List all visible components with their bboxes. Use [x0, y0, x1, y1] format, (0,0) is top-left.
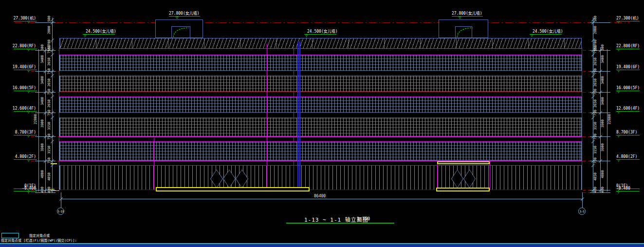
dim-value: 2800: [48, 26, 51, 34]
level-underline: [14, 70, 37, 70]
dim-value: 3400: [601, 55, 605, 63]
level-marker-icon: ▽: [27, 190, 30, 194]
axis-leader-left: [61, 202, 61, 208]
dim-value: 2650: [48, 99, 51, 108]
level-underline: [14, 111, 37, 112]
dim-value: 400: [594, 187, 597, 193]
dim-total-height: 22800: [608, 114, 611, 124]
dim-value: 3150: [594, 146, 597, 154]
level-marker-icon: ▽: [27, 90, 30, 94]
level-marker-icon: ▽: [617, 190, 620, 194]
dim-value: 400: [48, 187, 51, 193]
dim-value: 3900: [601, 119, 605, 128]
dim-value: 750: [594, 110, 597, 116]
level-marker-icon: ▽: [27, 48, 30, 52]
dim-value: 3150: [48, 122, 51, 130]
level-marker-icon: ▽: [617, 69, 620, 73]
dim-value: 4800: [41, 170, 44, 178]
cad-canvas[interactable]: 27.800(女儿墙) ▽ 27.800(女儿墙) ▽ 24.500(女儿墙) …: [0, 0, 644, 247]
level-marker-icon: ▽: [617, 110, 620, 114]
dim-chain-line: [38, 49, 39, 191]
level-marker-icon: ▽: [27, 20, 30, 24]
level-label: 19.400(6F): [0, 65, 36, 69]
level-label: 22.800(RF): [0, 44, 36, 48]
dim-value: 4050: [594, 172, 597, 181]
dim-value: 2650: [594, 78, 597, 87]
level-label: 27.300(机): [0, 16, 36, 20]
dim-value: 2650: [594, 57, 597, 66]
level-marker-icon: ▽: [617, 48, 620, 52]
axis-leader-right: [582, 202, 583, 208]
dim-value: 750: [48, 110, 51, 116]
dim-value: 4800: [601, 170, 605, 178]
level-label: 12.600(4F): [0, 106, 36, 111]
dim-value: 400: [601, 187, 605, 193]
level-marker-icon: ▽: [27, 110, 30, 114]
command-line-input[interactable]: 指定对角点或 [栏选(F)/圈围(WP)/圈交(CP)]:: [1, 239, 77, 243]
dim-value: 750: [594, 133, 597, 140]
dim-value: 150: [48, 45, 51, 51]
dim-total-height: 22800: [34, 114, 37, 124]
dim-value: 3900: [41, 143, 44, 152]
level-label: 8.700(3F): [0, 130, 36, 134]
status-bar[interactable]: [0, 245, 644, 247]
dim-ext-line-left: [61, 192, 61, 202]
level-underline: [14, 191, 37, 191]
dim-value: 3400: [601, 76, 605, 84]
annotation-layer: 27.300(机)▽27.300(机)▽22.800(RF)▽22.800(RF…: [0, 0, 644, 247]
level-marker-icon: ▽: [27, 158, 30, 163]
level-marker-icon: ▽: [617, 158, 620, 163]
dim-value: 2650: [48, 78, 51, 87]
dim-value: 300: [41, 44, 44, 51]
dim-chain-line: [45, 47, 46, 193]
dim-value: 3150: [594, 122, 597, 130]
dim-value: 3400: [41, 97, 44, 105]
axis-bubble-right: 1-1: [578, 208, 586, 215]
level-label: 16.000(5F): [0, 86, 36, 90]
level-marker-icon: ▽: [27, 134, 30, 138]
title-underline: [286, 223, 394, 224]
dim-value: 750: [48, 157, 51, 164]
overall-width-dim: 86400: [314, 194, 326, 198]
level-underline: [14, 21, 37, 21]
drawing-scale: 1:150: [357, 216, 370, 221]
dim-value: 750: [48, 133, 51, 140]
dim-value: 3400: [601, 97, 605, 105]
dim-value: 3900: [41, 119, 44, 128]
dim-value: 2650: [48, 57, 51, 66]
selection-window-icon: [1, 233, 19, 238]
overall-dim-line: [61, 199, 582, 199]
level-marker-icon: ▽: [617, 134, 620, 138]
level-underline: [14, 91, 37, 91]
level-marker-icon: ▽: [617, 20, 620, 24]
level-label: -0.400: [0, 186, 36, 190]
level-underline: [14, 135, 37, 135]
dim-value: 750: [48, 89, 51, 95]
level-underline: [14, 49, 37, 49]
dim-value: 150: [594, 45, 597, 51]
dim-value: 750: [594, 89, 597, 95]
dim-value: 4050: [48, 172, 51, 181]
dim-chain-line: [52, 18, 53, 193]
dim-ext-line-right: [582, 192, 583, 202]
command-bar-divider: [0, 243, 644, 244]
dim-value: 300: [601, 44, 605, 51]
level-underline: [14, 159, 37, 160]
command-hint: 指定对角点或: [29, 234, 50, 238]
dim-value: 3150: [48, 146, 51, 154]
level-label: 4.800(2F): [0, 154, 36, 159]
dim-value: 3900: [601, 143, 605, 152]
dim-value: 400: [41, 187, 44, 193]
dim-value: 2800: [594, 26, 597, 34]
axis-bubble-left: 1-13: [57, 208, 64, 215]
dim-value: 2650: [594, 99, 597, 108]
dim-value: 500: [48, 16, 51, 22]
dim-value: 3400: [41, 76, 44, 84]
dim-value: 750: [594, 157, 597, 164]
level-marker-icon: ▽: [27, 69, 30, 73]
dim-value: 3400: [41, 55, 44, 63]
level-marker-icon: ▽: [617, 90, 620, 94]
dim-value: 750: [48, 68, 51, 75]
